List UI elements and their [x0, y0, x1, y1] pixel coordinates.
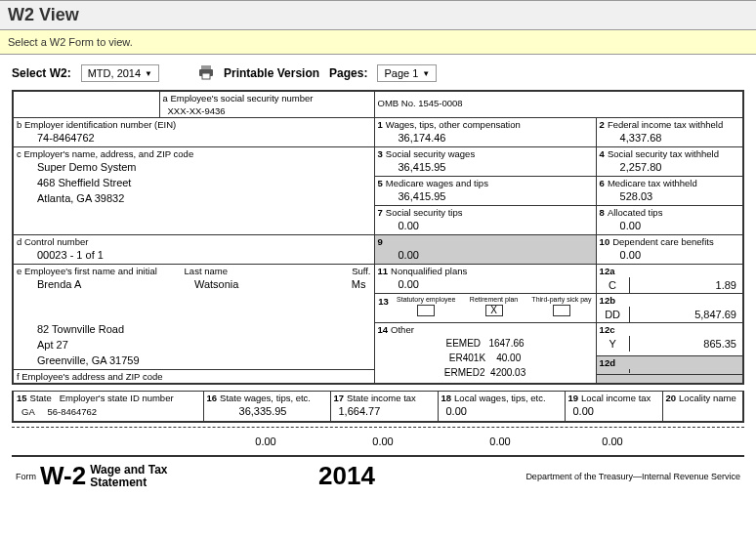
box5-value: 36,415.95 — [375, 189, 596, 205]
box12b-value: 5,847.69 — [630, 307, 742, 322]
box12d-value — [630, 369, 742, 373]
svg-rect-0 — [201, 65, 211, 69]
pages-label: Pages: — [329, 66, 367, 80]
box-c-label: c Employer's name, address, and ZIP code — [14, 147, 374, 160]
retirement-checkbox: X — [485, 305, 503, 316]
state-code: GA — [21, 406, 34, 417]
svg-rect-2 — [202, 73, 210, 79]
tax-year: 2014 — [318, 461, 375, 491]
desc2: Statement — [90, 477, 167, 489]
chevron-down-icon: ▼ — [145, 69, 152, 78]
box12a-value: 1.89 — [630, 277, 742, 293]
employer-line1: Super Demo System — [14, 160, 374, 176]
box9-value: 0.00 — [375, 248, 596, 264]
box12c-code: Y — [597, 336, 630, 352]
box14-r1: EEMED 1647.66 — [375, 336, 596, 351]
box-a-label: a Employee's social security number — [160, 92, 374, 104]
box14-r3: ERMED2 4200.03 — [375, 365, 596, 380]
suffix: Ms — [352, 278, 366, 290]
box-b-value: 74-8464762 — [14, 131, 374, 146]
select-w2-label: Select W2: — [12, 66, 71, 80]
box6-label: Medicare tax withheld — [608, 178, 697, 188]
instruction-bar: Select a W2 Form to view. — [0, 30, 756, 55]
instruction-text: Select a W2 Form to view. — [8, 36, 133, 48]
box11-value: 0.00 — [375, 277, 596, 293]
form-footer: Form W-2 Wage and Tax Statement 2014 Dep… — [16, 461, 740, 491]
employer-line3: Atlanta, GA 39832 — [14, 191, 374, 207]
box2-value: 4,337.68 — [597, 131, 742, 146]
dashed-divider — [12, 427, 744, 428]
box5-label: Medicare wages and tips — [386, 178, 488, 188]
printable-version-link[interactable]: Printable Version — [224, 66, 319, 80]
box-a-value: XXX-XX-9436 — [160, 104, 374, 117]
box2-label: Federal income tax withheld — [608, 119, 723, 130]
addr-line3: Greenville, GA 31759 — [14, 353, 374, 369]
box4-label: Social security tax withheld — [608, 148, 719, 159]
box8-label: Allocated tips — [608, 207, 663, 218]
statutory-checkbox — [417, 305, 435, 316]
box-d-label: d Control number — [14, 235, 374, 248]
box3-value: 36,415.95 — [375, 160, 596, 176]
box12a-code: C — [597, 277, 630, 293]
box-d-value: 00023 - 1 of 1 — [14, 248, 374, 264]
first-name: Brenda A — [37, 278, 194, 290]
box12d-code — [597, 369, 630, 373]
chevron-down-icon: ▼ — [422, 69, 430, 78]
box10-value: 0.00 — [597, 248, 742, 264]
state-local-table: 15State Employer's state ID number GA 56… — [12, 391, 744, 423]
box11-label: Nonqualified plans — [391, 266, 467, 276]
box7-value: 0.00 — [375, 219, 596, 234]
box19-value2: 0.00 — [564, 432, 661, 451]
form-w2: W-2 — [40, 461, 86, 491]
addr-line2: Apt 27 — [14, 338, 374, 353]
box18-value2: 0.00 — [437, 432, 564, 451]
select-w2-dropdown[interactable]: MTD, 2014 ▼ — [81, 64, 159, 82]
irs-text: Department of the Treasury—Internal Reve… — [525, 472, 740, 481]
addr-line1: 82 Townville Road — [14, 322, 374, 338]
box12c-value: 865.35 — [630, 336, 742, 352]
box16-value: 36,335.95 — [204, 404, 330, 420]
box17-value: 1,664.77 — [331, 404, 438, 420]
desc1: Wage and Tax — [90, 464, 167, 477]
box16-value2: 0.00 — [202, 432, 329, 451]
box14-r2: ER401K 40.00 — [375, 351, 596, 365]
box8-value: 0.00 — [597, 219, 742, 234]
select-w2-value: MTD, 2014 — [88, 67, 141, 79]
box-f-label: f Employee's address and ZIP code — [14, 369, 374, 383]
box14-label: Other — [391, 324, 414, 335]
box7-label: Social security tips — [386, 207, 463, 218]
page-title: W2 View — [8, 5, 748, 25]
box4-value: 2,257.80 — [597, 160, 742, 176]
box1-label: Wages, tips, other compensation — [386, 119, 521, 130]
box-b-label: b Employer identification number (EIN) — [14, 118, 374, 131]
suff-label: Suff. — [352, 266, 370, 276]
sickpay-checkbox — [553, 305, 570, 316]
page-value: Page 1 — [384, 67, 418, 79]
employer-line2: 468 Sheffield Street — [14, 176, 374, 191]
box10-label: Dependent care benefits — [612, 236, 714, 247]
box-e-label: e Employee's first name and initial — [17, 266, 185, 276]
form-label: Form — [16, 472, 36, 481]
last-name: Watsonia — [194, 278, 352, 290]
w2-form: a Employee's social security number XXX-… — [12, 90, 744, 385]
omb-number: OMB No. 1545-0008 — [375, 92, 743, 109]
box13-num: 13 — [377, 296, 391, 317]
last-name-label: Last name — [185, 266, 353, 276]
page-dropdown[interactable]: Page 1 ▼ — [377, 64, 437, 82]
box17-value2: 0.00 — [329, 432, 437, 451]
box3-label: Social security wages — [386, 148, 475, 159]
printer-icon[interactable] — [198, 64, 214, 82]
box12b-code: DD — [597, 307, 630, 322]
state-local-row2: 0.00 0.00 0.00 0.00 — [12, 432, 744, 451]
state-eid: 56-8464762 — [47, 406, 97, 417]
box1-value: 36,174.46 — [375, 131, 596, 146]
page-header: W2 View — [0, 0, 756, 30]
controls-row: Select W2: MTD, 2014 ▼ Printable Version… — [0, 55, 756, 90]
box18-value: 0.00 — [439, 404, 565, 420]
box19-value: 0.00 — [566, 404, 662, 420]
box6-value: 528.03 — [597, 189, 742, 205]
